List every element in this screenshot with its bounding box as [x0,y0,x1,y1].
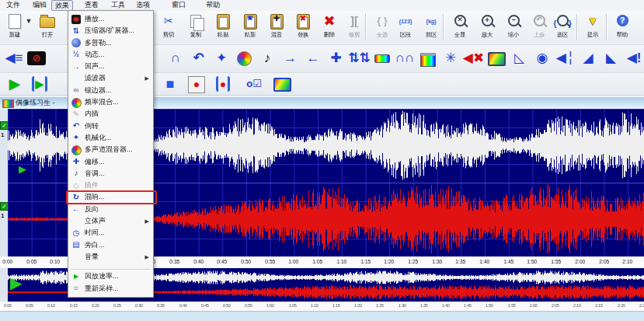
zoom-selection-button[interactable]: {}选区 [551,12,574,43]
record-options-button[interactable]: o☑ [242,75,266,93]
toolbar-label: 删除 [319,31,340,37]
record-selection-button[interactable]: ● [211,75,235,93]
menu-item-filter[interactable]: 滤波器▶ [68,72,153,84]
reduce-vocals-effect-button[interactable]: ◀✖ [463,47,485,69]
paste-button[interactable]: 粘贴 [211,12,235,43]
overview-tick-label: 0:35 [157,303,165,307]
playhead-marker[interactable]: ▶ [19,163,26,175]
play-selection-button[interactable]: ▶ [28,75,51,93]
menubar-item-4[interactable]: 工具 [108,0,128,9]
menu-item-label: 时间... [85,229,105,236]
menu-item-volume[interactable]: 音量▶ [68,251,153,263]
menu-item-voice-over[interactable]: ▤旁白... [68,239,153,251]
mix-button[interactable]: ✚混音 [265,12,288,43]
spectrum-effect-button[interactable] [371,47,393,69]
menubar-item-1[interactable]: 编辑 [30,0,50,9]
menu-item-label: 多声道混音器... [85,145,133,153]
dynamics-effect-button[interactable]: ⇅⇅ [348,47,370,69]
speaker-eq-effect-button[interactable]: ◀≡ [3,47,25,69]
trim-button[interactable]: ][修剪 [343,12,366,43]
copy-button[interactable]: 复制 [184,12,207,43]
menubar-item-2[interactable]: 效果 [51,0,73,11]
menu-item-interpolate[interactable]: ✎内插 [68,108,153,120]
overview-tick-label: 0:00 [4,303,12,307]
offset-effect-button[interactable]: ✚ [325,47,347,69]
menu-item-plugin[interactable]: ◇插件 [68,180,153,191]
mechanize-effect-button[interactable]: ✦ [211,47,232,69]
monitor-effect-button[interactable] [486,47,507,69]
menu-separator [71,263,151,270]
stop-button[interactable]: ■ [158,75,182,93]
prev-selection-button[interactable]: {kg}前区 [419,12,443,43]
zoom-out-button[interactable]: －缩小 [502,12,525,43]
reverse-effect-button[interactable]: ← [302,47,324,69]
menu-item-pitch[interactable]: ♪音调... [68,168,153,180]
mixer-effect-button[interactable] [234,47,256,69]
main-tick-label: 1:10 [336,259,346,264]
fade-out-effect-button[interactable]: ◣ [600,47,622,69]
new-button[interactable]: 新建 [3,12,26,43]
overview-tick-label: 0:15 [69,303,77,307]
menu-item-stereo[interactable]: 立体声▶ [68,215,153,227]
menubar-item-6[interactable]: 窗口 [169,0,189,9]
menu-item-time[interactable]: ◷时间... [68,227,153,239]
menu-item-resample[interactable]: ≈重新采样... [68,283,153,295]
set-selection-button[interactable]: {123}区段 [394,12,417,43]
menu-item-multichannel-mixer[interactable]: 多声道混音器... [68,144,153,155]
delete-button[interactable]: ✖删除 [318,12,341,43]
speaker-warn-effect-button[interactable]: ◀! [623,47,644,69]
zoom-out-icon: － [502,12,525,31]
view-all-button[interactable]: ✕全显 [448,12,472,43]
pitch-icon: ♪ [264,51,271,65]
paste-new-button[interactable]: ▣粘新 [238,12,262,43]
doppler-arc-effect-button[interactable]: ∩ [165,47,186,69]
menu-item-offset[interactable]: ✚偏移... [68,156,153,168]
menu-item-frequency-blend[interactable]: 频率混合... [68,96,153,108]
invert-effect-button[interactable]: ↶ [188,47,210,69]
fade-in-effect-button[interactable]: ◢ [577,47,599,69]
menu-item-label: 音调... [85,169,105,177]
menubar-item-0[interactable]: 文件 [3,0,23,9]
pitch-effect-button[interactable]: ♪ [256,47,278,69]
menu-item-reverb[interactable]: ↻混响... [68,191,153,203]
speaker-circle-effect-button[interactable]: ◉ [531,47,553,69]
record-button[interactable]: ● [185,75,208,93]
help-button[interactable]: ?帮助 [611,12,634,43]
menubar-item-5[interactable]: 选项 [133,0,153,9]
menu-item-playback[interactable]: 播放... [68,13,153,25]
play-button[interactable]: ▶ [3,75,26,93]
replace-button[interactable]: ✖替换 [291,12,315,43]
mute-effect-button[interactable]: ⊘ [26,47,47,69]
menu-item-playback-rate[interactable]: ▶回放速率... [68,270,153,282]
menu-item-flanger[interactable]: ∞镶边器... [68,85,153,96]
visual-properties-button[interactable] [270,75,294,93]
volume-slider-effect-button[interactable]: ◀╎ [555,47,576,69]
menu-item-dynamics[interactable]: ½动态... [68,49,153,61]
fade-flag-effect-button[interactable]: ◺ [509,47,531,69]
channel-2-label: 1 [1,212,4,219]
cue-hint-button[interactable]: ▼提示 [581,12,604,43]
reverse-icon: ← [307,51,320,65]
filter-machine-effect-button[interactable] [417,47,439,69]
stereo-doors-effect-button[interactable]: ∩∩ [394,47,416,69]
select-all-button[interactable]: { }全选 [371,12,394,43]
menu-item-doppler[interactable]: 多普勒... [68,37,153,49]
menu-item-label: 回声... [85,62,105,70]
menu-item-reverse[interactable]: ←反向 [68,204,153,215]
open-button[interactable]: 打开 [36,12,59,43]
new-dropdown-button[interactable]: ▼ [24,12,33,43]
menu-item-echo[interactable]: →回声... [68,61,153,72]
menu-item-invert[interactable]: ↶倒转 [68,120,153,132]
zoom-previous-button[interactable]: ↶上步 [527,12,551,43]
overview-playhead-marker[interactable]: ▶ [10,274,22,292]
menubar-item-3[interactable]: 查看 [82,0,102,9]
menu-item-mechanize[interactable]: ✦机械化... [68,132,153,144]
flanger-burst-effect-button[interactable]: ✳ [440,47,461,69]
menu-item-compressor-expander[interactable]: ⇅压缩器/扩展器... [68,25,153,37]
cut-button[interactable]: ✂剪切 [157,12,180,43]
menubar-item-7[interactable]: 帮助 [203,0,223,9]
channel-1-label: 1 [1,131,4,138]
toolbar-label: 上步 [528,31,550,37]
reverb-effect-button[interactable]: → [280,47,301,69]
zoom-in-button[interactable]: ＋放大 [475,12,499,43]
